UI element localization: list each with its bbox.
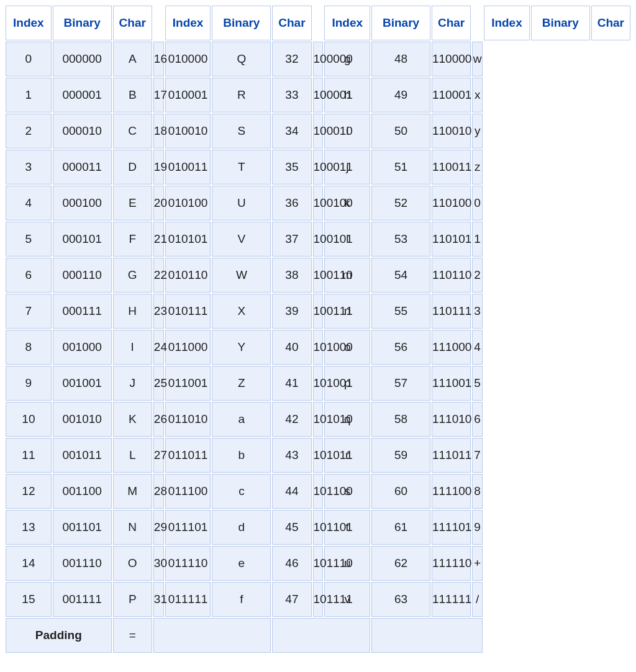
- cell-char: 7: [472, 438, 483, 473]
- header-char: Char: [113, 6, 152, 40]
- table-row: 1 000001 B 17 010001 R 33 100001 h 49 11…: [6, 78, 630, 112]
- cell-binary: 101000: [313, 330, 324, 365]
- cell-binary: 111001: [432, 366, 471, 401]
- padding-blank: [153, 618, 271, 653]
- header-row: Index Binary Char Index Binary Char Inde…: [6, 6, 630, 40]
- cell-char: f: [212, 582, 271, 617]
- cell-binary: 110101: [432, 222, 471, 257]
- cell-char: d: [212, 510, 271, 545]
- cell-binary: 011101: [165, 510, 211, 545]
- table-row: 4 000100 E 20 010100 U 36 100100 k 52 11…: [6, 186, 630, 220]
- cell-binary: 000011: [53, 150, 112, 184]
- cell-binary: 110001: [432, 78, 471, 112]
- cell-index: 46: [272, 546, 311, 581]
- cell-binary: 111010: [432, 402, 471, 437]
- cell-binary: 100101: [313, 222, 324, 257]
- cell-index: 7: [6, 294, 52, 329]
- cell-binary: 000110: [53, 258, 112, 293]
- cell-index: 20: [153, 186, 164, 220]
- cell-index: 6: [6, 258, 52, 293]
- cell-index: 17: [153, 78, 164, 112]
- cell-index: 38: [272, 258, 311, 293]
- header-index: Index: [484, 6, 530, 40]
- cell-char: A: [113, 42, 152, 76]
- cell-binary: 100001: [313, 78, 324, 112]
- cell-index: 35: [272, 150, 311, 184]
- padding-blank: [371, 618, 483, 653]
- cell-char: S: [212, 114, 271, 148]
- cell-binary: 001101: [53, 510, 112, 545]
- table-row: 9 001001 J 25 011001 Z 41 101001 p 57 11…: [6, 366, 630, 401]
- header-binary: Binary: [53, 6, 112, 40]
- cell-index: 26: [153, 402, 164, 437]
- cell-index: 19: [153, 150, 164, 184]
- cell-index: 41: [272, 366, 311, 401]
- cell-char: D: [113, 150, 152, 184]
- cell-index: 30: [153, 546, 164, 581]
- table-row: 12 001100 M 28 011100 c 44 101100 s 60 1…: [6, 474, 630, 509]
- header-char: Char: [591, 6, 630, 40]
- cell-binary: 001100: [53, 474, 112, 509]
- cell-binary: 011010: [165, 402, 211, 437]
- cell-char: J: [113, 366, 152, 401]
- cell-index: 0: [6, 42, 52, 76]
- table-row: 2 000010 C 18 010010 S 34 100010 i 50 11…: [6, 114, 630, 148]
- cell-index: 52: [371, 186, 430, 220]
- cell-char: I: [113, 330, 152, 365]
- cell-index: 9: [6, 366, 52, 401]
- cell-index: 51: [371, 150, 430, 184]
- cell-binary: 101001: [313, 366, 324, 401]
- cell-index: 22: [153, 258, 164, 293]
- cell-index: 31: [153, 582, 164, 617]
- table-row: 5 000101 F 21 010101 V 37 100101 l 53 11…: [6, 222, 630, 257]
- cell-binary: 110111: [432, 294, 471, 329]
- cell-char: 9: [472, 510, 483, 545]
- cell-char: T: [212, 150, 271, 184]
- cell-binary: 010001: [165, 78, 211, 112]
- cell-index: 57: [371, 366, 430, 401]
- table-row: 8 001000 I 24 011000 Y 40 101000 o 56 11…: [6, 330, 630, 365]
- cell-index: 25: [153, 366, 164, 401]
- cell-index: 40: [272, 330, 311, 365]
- cell-binary: 011100: [165, 474, 211, 509]
- cell-index: 60: [371, 474, 430, 509]
- cell-binary: 011111: [165, 582, 211, 617]
- padding-char: =: [113, 618, 152, 653]
- cell-index: 28: [153, 474, 164, 509]
- cell-index: 11: [6, 438, 52, 473]
- cell-index: 48: [371, 42, 430, 76]
- cell-index: 32: [272, 42, 311, 76]
- cell-index: 16: [153, 42, 164, 76]
- cell-binary: 110000: [432, 42, 471, 76]
- cell-char: 8: [472, 474, 483, 509]
- table-body: 0 000000 A 16 010000 Q 32 100000 g 48 11…: [6, 42, 630, 653]
- cell-char: 1: [472, 222, 483, 257]
- cell-index: 43: [272, 438, 311, 473]
- cell-index: 56: [371, 330, 430, 365]
- cell-binary: 000000: [53, 42, 112, 76]
- column-spacer: [472, 6, 483, 40]
- cell-index: 27: [153, 438, 164, 473]
- header-binary: Binary: [371, 6, 430, 40]
- cell-binary: 111110: [432, 546, 471, 581]
- cell-char: F: [113, 222, 152, 257]
- cell-index: 18: [153, 114, 164, 148]
- cell-index: 14: [6, 546, 52, 581]
- cell-char: Z: [212, 366, 271, 401]
- cell-index: 50: [371, 114, 430, 148]
- cell-char: P: [113, 582, 152, 617]
- cell-binary: 101111: [313, 582, 324, 617]
- cell-char: 6: [472, 402, 483, 437]
- cell-binary: 000100: [53, 186, 112, 220]
- cell-binary: 100000: [313, 42, 324, 76]
- cell-index: 45: [272, 510, 311, 545]
- cell-index: 13: [6, 510, 52, 545]
- cell-index: 55: [371, 294, 430, 329]
- cell-binary: 100100: [313, 186, 324, 220]
- cell-index: 37: [272, 222, 311, 257]
- cell-char: U: [212, 186, 271, 220]
- column-spacer: [313, 6, 324, 40]
- table-row: 7 000111 H 23 010111 X 39 100111 n 55 11…: [6, 294, 630, 329]
- cell-binary: 110011: [432, 150, 471, 184]
- base64-encoding-table: Index Binary Char Index Binary Char Inde…: [4, 4, 632, 654]
